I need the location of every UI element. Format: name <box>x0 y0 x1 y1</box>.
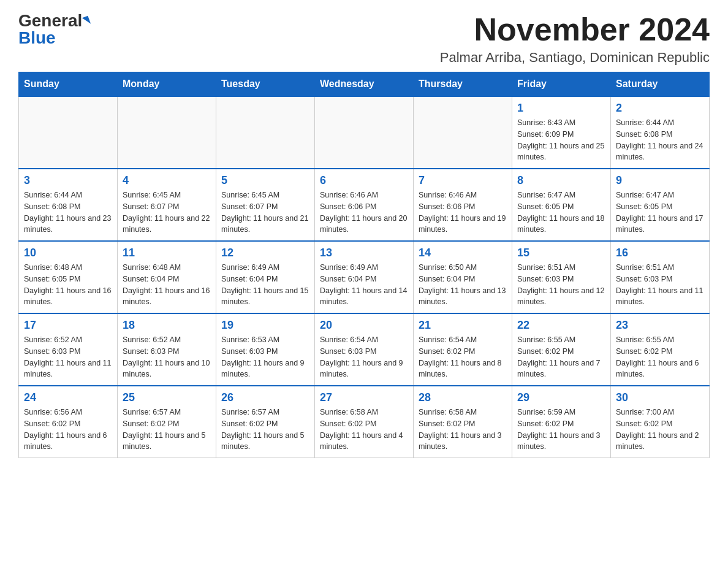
day-number: 1 <box>517 102 605 115</box>
month-title: November 2024 <box>440 12 710 47</box>
week-row-4: 17Sunrise: 6:52 AM Sunset: 6:03 PM Dayli… <box>19 313 710 386</box>
page-header: General Blue November 2024 Palmar Arriba… <box>18 12 710 66</box>
day-number: 13 <box>320 247 408 259</box>
calendar-cell: 11Sunrise: 6:48 AM Sunset: 6:04 PM Dayli… <box>118 241 216 313</box>
day-number: 28 <box>419 391 507 404</box>
day-number: 24 <box>24 391 112 404</box>
calendar-cell <box>19 96 118 169</box>
day-info: Sunrise: 6:54 AM Sunset: 6:03 PM Dayligh… <box>320 334 408 380</box>
calendar-cell: 15Sunrise: 6:51 AM Sunset: 6:03 PM Dayli… <box>512 241 611 313</box>
day-number: 22 <box>517 319 605 332</box>
calendar-cell: 22Sunrise: 6:55 AM Sunset: 6:02 PM Dayli… <box>512 313 611 386</box>
week-row-1: 1Sunrise: 6:43 AM Sunset: 6:09 PM Daylig… <box>19 96 710 169</box>
weekday-header-friday: Friday <box>512 72 611 97</box>
weekday-header-monday: Monday <box>118 72 216 97</box>
day-info: Sunrise: 6:47 AM Sunset: 6:05 PM Dayligh… <box>616 190 704 236</box>
day-info: Sunrise: 6:56 AM Sunset: 6:02 PM Dayligh… <box>24 407 112 453</box>
calendar-cell: 25Sunrise: 6:57 AM Sunset: 6:02 PM Dayli… <box>118 386 216 458</box>
calendar-table: SundayMondayTuesdayWednesdayThursdayFrid… <box>18 72 710 458</box>
day-number: 2 <box>616 102 704 115</box>
weekday-header-sunday: Sunday <box>19 72 118 97</box>
day-info: Sunrise: 6:54 AM Sunset: 6:02 PM Dayligh… <box>419 334 507 380</box>
day-info: Sunrise: 6:47 AM Sunset: 6:05 PM Dayligh… <box>517 190 605 236</box>
day-info: Sunrise: 6:46 AM Sunset: 6:06 PM Dayligh… <box>419 190 507 236</box>
day-info: Sunrise: 6:51 AM Sunset: 6:03 PM Dayligh… <box>517 262 605 308</box>
day-info: Sunrise: 6:46 AM Sunset: 6:06 PM Dayligh… <box>320 190 408 236</box>
day-number: 15 <box>517 247 605 259</box>
day-number: 9 <box>616 174 704 187</box>
week-row-2: 3Sunrise: 6:44 AM Sunset: 6:08 PM Daylig… <box>19 169 710 241</box>
day-number: 6 <box>320 174 408 187</box>
day-info: Sunrise: 6:59 AM Sunset: 6:02 PM Dayligh… <box>517 407 605 453</box>
calendar-cell: 13Sunrise: 6:49 AM Sunset: 6:04 PM Dayli… <box>315 241 414 313</box>
calendar-cell: 7Sunrise: 6:46 AM Sunset: 6:06 PM Daylig… <box>414 169 512 241</box>
day-number: 26 <box>221 391 309 404</box>
day-info: Sunrise: 6:45 AM Sunset: 6:07 PM Dayligh… <box>123 190 211 236</box>
calendar-cell <box>414 96 512 169</box>
logo-triangle-icon <box>82 16 91 26</box>
day-number: 4 <box>123 174 211 187</box>
day-number: 30 <box>616 391 704 404</box>
calendar-cell: 18Sunrise: 6:52 AM Sunset: 6:03 PM Dayli… <box>118 313 216 386</box>
day-info: Sunrise: 6:55 AM Sunset: 6:02 PM Dayligh… <box>616 334 704 380</box>
day-number: 14 <box>419 247 507 259</box>
day-number: 11 <box>123 247 211 259</box>
location-title: Palmar Arriba, Santiago, Dominican Repub… <box>440 50 710 66</box>
day-info: Sunrise: 6:49 AM Sunset: 6:04 PM Dayligh… <box>221 262 309 308</box>
day-number: 19 <box>221 319 309 332</box>
calendar-cell: 4Sunrise: 6:45 AM Sunset: 6:07 PM Daylig… <box>118 169 216 241</box>
day-number: 25 <box>123 391 211 404</box>
day-number: 5 <box>221 174 309 187</box>
day-info: Sunrise: 6:50 AM Sunset: 6:04 PM Dayligh… <box>419 262 507 308</box>
calendar-cell: 9Sunrise: 6:47 AM Sunset: 6:05 PM Daylig… <box>611 169 710 241</box>
day-info: Sunrise: 6:55 AM Sunset: 6:02 PM Dayligh… <box>517 334 605 380</box>
calendar-cell: 27Sunrise: 6:58 AM Sunset: 6:02 PM Dayli… <box>315 386 414 458</box>
day-info: Sunrise: 6:57 AM Sunset: 6:02 PM Dayligh… <box>123 407 211 453</box>
week-row-3: 10Sunrise: 6:48 AM Sunset: 6:05 PM Dayli… <box>19 241 710 313</box>
day-number: 10 <box>24 247 112 259</box>
day-info: Sunrise: 6:45 AM Sunset: 6:07 PM Dayligh… <box>221 190 309 236</box>
day-number: 21 <box>419 319 507 332</box>
calendar-cell: 10Sunrise: 6:48 AM Sunset: 6:05 PM Dayli… <box>19 241 118 313</box>
day-number: 17 <box>24 319 112 332</box>
calendar-cell: 16Sunrise: 6:51 AM Sunset: 6:03 PM Dayli… <box>611 241 710 313</box>
day-info: Sunrise: 7:00 AM Sunset: 6:02 PM Dayligh… <box>616 407 704 453</box>
logo: General Blue <box>18 12 89 47</box>
day-number: 12 <box>221 247 309 259</box>
day-info: Sunrise: 6:49 AM Sunset: 6:04 PM Dayligh… <box>320 262 408 308</box>
calendar-cell: 14Sunrise: 6:50 AM Sunset: 6:04 PM Dayli… <box>414 241 512 313</box>
calendar-cell: 23Sunrise: 6:55 AM Sunset: 6:02 PM Dayli… <box>611 313 710 386</box>
calendar-cell: 3Sunrise: 6:44 AM Sunset: 6:08 PM Daylig… <box>19 169 118 241</box>
day-info: Sunrise: 6:52 AM Sunset: 6:03 PM Dayligh… <box>123 334 211 380</box>
calendar-cell: 5Sunrise: 6:45 AM Sunset: 6:07 PM Daylig… <box>216 169 315 241</box>
day-number: 27 <box>320 391 408 404</box>
day-number: 7 <box>419 174 507 187</box>
calendar-cell: 1Sunrise: 6:43 AM Sunset: 6:09 PM Daylig… <box>512 96 611 169</box>
calendar-cell: 24Sunrise: 6:56 AM Sunset: 6:02 PM Dayli… <box>19 386 118 458</box>
day-info: Sunrise: 6:43 AM Sunset: 6:09 PM Dayligh… <box>517 117 605 163</box>
calendar-cell: 20Sunrise: 6:54 AM Sunset: 6:03 PM Dayli… <box>315 313 414 386</box>
calendar-cell: 8Sunrise: 6:47 AM Sunset: 6:05 PM Daylig… <box>512 169 611 241</box>
calendar-cell <box>118 96 216 169</box>
calendar-cell <box>315 96 414 169</box>
weekday-header-tuesday: Tuesday <box>216 72 315 97</box>
calendar-cell: 29Sunrise: 6:59 AM Sunset: 6:02 PM Dayli… <box>512 386 611 458</box>
day-info: Sunrise: 6:48 AM Sunset: 6:05 PM Dayligh… <box>24 262 112 308</box>
day-number: 16 <box>616 247 704 259</box>
calendar-cell: 12Sunrise: 6:49 AM Sunset: 6:04 PM Dayli… <box>216 241 315 313</box>
title-area: November 2024 Palmar Arriba, Santiago, D… <box>440 12 710 66</box>
day-info: Sunrise: 6:57 AM Sunset: 6:02 PM Dayligh… <box>221 407 309 453</box>
day-info: Sunrise: 6:58 AM Sunset: 6:02 PM Dayligh… <box>320 407 408 453</box>
day-info: Sunrise: 6:44 AM Sunset: 6:08 PM Dayligh… <box>24 190 112 236</box>
weekday-header-thursday: Thursday <box>414 72 512 97</box>
weekday-header-saturday: Saturday <box>611 72 710 97</box>
weekday-header-wednesday: Wednesday <box>315 72 414 97</box>
week-row-5: 24Sunrise: 6:56 AM Sunset: 6:02 PM Dayli… <box>19 386 710 458</box>
day-info: Sunrise: 6:52 AM Sunset: 6:03 PM Dayligh… <box>24 334 112 380</box>
calendar-cell: 6Sunrise: 6:46 AM Sunset: 6:06 PM Daylig… <box>315 169 414 241</box>
day-info: Sunrise: 6:53 AM Sunset: 6:03 PM Dayligh… <box>221 334 309 380</box>
calendar-cell: 21Sunrise: 6:54 AM Sunset: 6:02 PM Dayli… <box>414 313 512 386</box>
weekday-header-row: SundayMondayTuesdayWednesdayThursdayFrid… <box>19 72 710 97</box>
calendar-cell: 30Sunrise: 7:00 AM Sunset: 6:02 PM Dayli… <box>611 386 710 458</box>
day-number: 8 <box>517 174 605 187</box>
